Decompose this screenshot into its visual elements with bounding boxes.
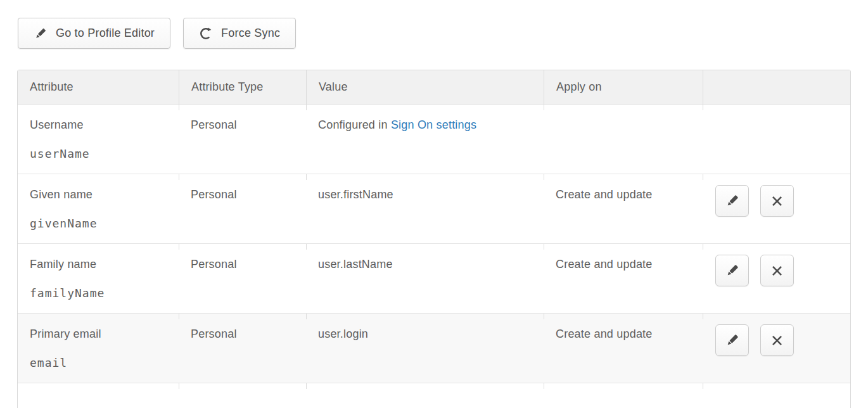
actions-cell-empty bbox=[703, 105, 850, 174]
apply-on-cell bbox=[544, 105, 703, 174]
close-icon bbox=[770, 264, 784, 277]
attribute-code: givenName bbox=[30, 217, 172, 230]
attribute-cell: Primary email email bbox=[18, 314, 179, 383]
table-row-primary-email: Primary email email Personal user.login … bbox=[18, 314, 850, 383]
force-sync-button[interactable]: Force Sync bbox=[183, 18, 296, 49]
attribute-label: Username bbox=[30, 118, 172, 132]
edit-attribute-button[interactable] bbox=[715, 324, 749, 356]
table-row-given-name: Given name givenName Personal user.first… bbox=[18, 174, 850, 244]
value-cell: user.login bbox=[306, 314, 544, 383]
attribute-code: email bbox=[30, 356, 172, 369]
edit-attribute-button[interactable] bbox=[715, 185, 749, 217]
column-header-apply-on: Apply on bbox=[544, 70, 703, 104]
column-header-actions bbox=[703, 70, 850, 104]
attribute-cell: Username userName bbox=[18, 105, 179, 174]
value-prefix-text: Configured in bbox=[318, 118, 391, 131]
column-header-attribute: Attribute bbox=[18, 70, 179, 104]
attribute-type-cell: Personal bbox=[179, 244, 306, 313]
attribute-code: familyName bbox=[30, 286, 172, 300]
force-sync-label: Force Sync bbox=[221, 27, 280, 40]
actions-cell bbox=[703, 244, 850, 313]
column-header-value: Value bbox=[306, 70, 544, 104]
attribute-mappings-table: Attribute Attribute Type Value Apply on … bbox=[17, 70, 851, 408]
actions-cell bbox=[703, 174, 850, 243]
attribute-label: Family name bbox=[30, 258, 172, 271]
value-cell: user.lastName bbox=[306, 244, 544, 313]
delete-attribute-button[interactable] bbox=[760, 255, 794, 286]
attribute-cell bbox=[18, 383, 179, 408]
pencil-icon bbox=[725, 193, 740, 208]
close-icon bbox=[770, 334, 784, 347]
delete-attribute-button[interactable] bbox=[760, 324, 794, 356]
table-row-partial bbox=[18, 383, 850, 408]
pencil-icon bbox=[725, 333, 740, 348]
table-header: Attribute Attribute Type Value Apply on bbox=[18, 70, 850, 105]
attribute-type-cell: Personal bbox=[179, 314, 306, 383]
sign-on-settings-link[interactable]: Sign On settings bbox=[391, 118, 476, 131]
table-row-family-name: Family name familyName Personal user.las… bbox=[18, 244, 850, 314]
refresh-icon bbox=[199, 27, 213, 41]
delete-attribute-button[interactable] bbox=[760, 185, 794, 217]
toolbar: Go to Profile Editor Force Sync bbox=[18, 18, 296, 49]
attribute-type-cell: Personal bbox=[179, 174, 306, 243]
go-to-profile-editor-label: Go to Profile Editor bbox=[56, 27, 155, 40]
value-cell bbox=[306, 383, 544, 408]
pencil-icon bbox=[725, 263, 740, 278]
attribute-label: Primary email bbox=[30, 328, 172, 341]
apply-on-cell: Create and update bbox=[544, 314, 703, 383]
attribute-label: Given name bbox=[30, 188, 172, 201]
apply-on-cell: Create and update bbox=[544, 244, 703, 313]
attribute-type-cell bbox=[179, 383, 306, 408]
go-to-profile-editor-button[interactable]: Go to Profile Editor bbox=[18, 18, 170, 49]
attribute-cell: Family name familyName bbox=[18, 244, 179, 313]
column-header-attribute-type: Attribute Type bbox=[179, 70, 306, 104]
actions-cell bbox=[703, 314, 850, 383]
value-cell: user.firstName bbox=[306, 174, 544, 243]
close-icon bbox=[770, 194, 784, 208]
attribute-cell: Given name givenName bbox=[18, 174, 179, 243]
apply-on-cell: Create and update bbox=[544, 174, 703, 243]
apply-on-cell bbox=[544, 383, 703, 408]
pencil-icon bbox=[34, 27, 48, 41]
attribute-code: userName bbox=[30, 147, 172, 160]
attribute-type-cell: Personal bbox=[179, 105, 306, 174]
value-cell: Configured in Sign On settings bbox=[306, 105, 544, 174]
edit-attribute-button[interactable] bbox=[715, 255, 749, 286]
actions-cell-empty bbox=[703, 383, 850, 408]
table-row-username: Username userName Personal Configured in… bbox=[18, 105, 850, 174]
